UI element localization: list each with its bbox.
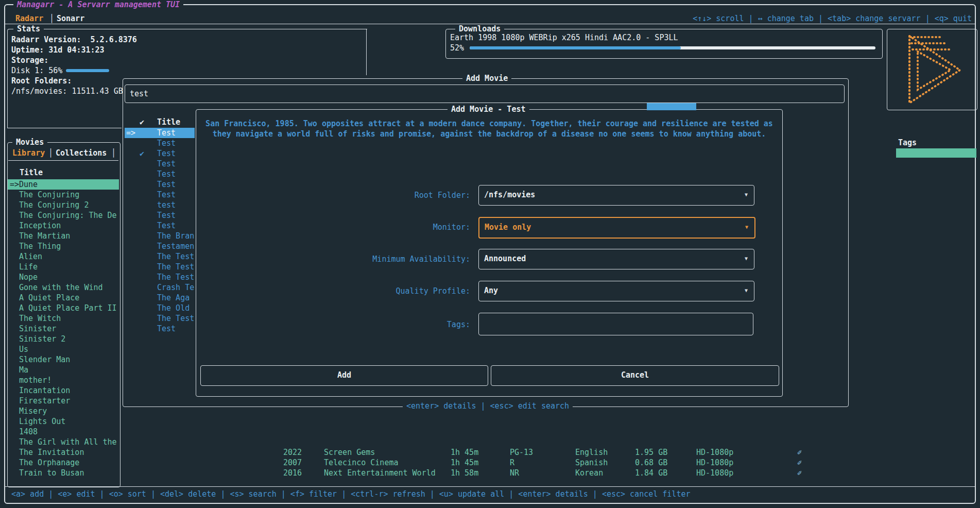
runtime-cell: 1h 45m [451,448,478,457]
disk-usage-bar [66,69,143,72]
managarr-play-logo-icon [893,30,970,107]
table-row[interactable]: 2007 Telecinco Cinema 1h 45m R Spanish 0… [0,458,980,468]
search-result-row[interactable]: Test [125,179,195,190]
rating-cell: R [510,458,514,467]
movie-list-item[interactable]: Nope [8,272,119,282]
search-result-row[interactable]: Test [125,138,195,148]
movie-list-item[interactable]: The Girl with All the [8,437,119,447]
stats-box-right-border [366,29,367,75]
movie-title: Sinister [19,324,56,333]
movie-list-item[interactable]: Us [8,344,119,354]
size-cell: 0.68 GB [635,458,667,467]
movie-list-item[interactable]: The Thing [8,241,119,251]
movie-list-item[interactable]: Incantation [8,385,119,396]
tab-sonarr[interactable]: Sonarr [57,14,84,23]
movie-title: Gone with the Wind [19,283,103,292]
tags-input[interactable] [478,313,753,335]
table-row[interactable]: 2022 Screen Gems 1h 45m PG-13 English 1.… [0,447,980,458]
tab-divider: │ [48,148,53,158]
movie-list-item[interactable]: The Witch [8,313,119,324]
edit-pencil-icon: ✎ [797,448,802,457]
movie-list-item[interactable]: Gone with the Wind [8,282,119,293]
search-result-row[interactable]: ✔ Test [125,148,195,159]
quality-profile-select[interactable]: Any ▼ [478,281,754,301]
tab-collections[interactable]: Collections [56,148,107,158]
search-result-row[interactable]: Test [125,324,195,334]
search-result-row[interactable]: The Test [125,313,195,324]
search-result-row[interactable]: Test [125,190,195,200]
movie-list-item[interactable]: Slender Man [8,354,119,365]
size-cell: 1.84 GB [635,468,667,478]
movie-list-item[interactable]: The Martian [8,231,119,241]
result-title: The Test [157,262,194,272]
search-result-row[interactable]: Testamen [125,241,195,251]
search-result-row[interactable]: The Test [125,251,195,262]
result-title: Test [157,180,176,189]
search-result-row[interactable]: Test [125,221,195,231]
movie-list-item[interactable]: Sinister [8,324,119,334]
movie-list-item[interactable]: A Quiet Place Part II [8,303,119,313]
movie-list-item[interactable]: The Conjuring: The De [8,210,119,221]
add-button[interactable]: Add [200,365,488,386]
movie-list-item[interactable]: 1408 [8,427,119,437]
search-result-row[interactable]: The Aga [125,293,195,303]
root-folder-value: /nfs/movies [484,185,535,204]
movie-list-item[interactable]: The Invitation [8,447,119,458]
search-result-row[interactable]: The Test [125,262,195,272]
movie-list-item[interactable]: Ma [8,365,119,375]
movie-list-item[interactable]: Sinister 2 [8,334,119,344]
movie-list-item[interactable]: Life [8,262,119,272]
movie-search-input[interactable] [125,84,845,103]
search-result-row[interactable]: The Old [125,303,195,313]
movie-title: Slender Man [19,355,70,364]
search-result-row[interactable]: The Bran [125,231,195,241]
header-help: <↑↓> scroll | ↔ change tab | <tab> chang… [693,14,972,23]
language-cell: Spanish [575,458,608,467]
movie-list-item[interactable]: => Dune [8,179,119,190]
stats-version: Radarr Version: 5.2.6.8376 [11,35,137,44]
movie-list-item[interactable]: The Conjuring [8,190,119,200]
quality-profile-value: Any [484,281,498,300]
scrollbar-thumb[interactable] [647,103,696,110]
movie-list-item[interactable]: Inception [8,221,119,231]
search-result-row[interactable]: test [125,200,195,210]
stats-rootfolder-value: /nfs/movies: 11511.43 GB [11,87,123,96]
search-result-row[interactable]: => Test [125,128,195,138]
search-result-row[interactable]: Test [125,159,195,169]
movie-list-item[interactable]: mother! [8,375,119,385]
cancel-button[interactable]: Cancel [491,365,779,386]
movie-list-item[interactable]: Misery [8,406,119,416]
movie-list-item[interactable]: The Conjuring 2 [8,200,119,210]
studio-cell: Screen Gems [324,448,375,457]
movie-list-item[interactable]: Alien [8,251,119,262]
movie-list-item[interactable]: Firestarter [8,396,119,406]
movie-title: The Orphanage [19,458,79,467]
movie-list-item[interactable]: A Quiet Place [8,293,119,303]
search-result-row[interactable]: Test [125,169,195,179]
movie-title: The Conjuring: The De [19,211,117,220]
minimum-availability-select[interactable]: Announced ▼ [478,249,754,269]
table-row[interactable]: 2016 Next Entertainment World 1h 58m NR … [0,468,980,478]
search-result-row[interactable]: The Test [125,272,195,282]
movie-list-item[interactable]: Lights Out [8,416,119,427]
result-title: Test [157,211,176,220]
stats-rootfolders-label: Root Folders: [11,76,72,86]
search-result-row[interactable]: Test [125,210,195,221]
selected-row-marker: => [126,128,135,138]
movie-title: The Witch [19,314,61,323]
movie-overview-line2: they navigate a world full of risks and … [196,129,782,139]
tab-radarr[interactable]: Radarr [15,14,43,23]
root-folder-select[interactable]: /nfs/movies ▼ [478,185,754,206]
movie-title: Life [19,262,38,272]
monitor-select[interactable]: Movie only ▼ [478,217,755,239]
movie-title: Dune [19,180,38,189]
tab-library[interactable]: Library [12,148,45,158]
selected-row-highlight [896,148,976,158]
movie-library-list: => Dune The Conjuring The Conjuring 2 Th… [8,179,119,478]
movie-list-item[interactable]: The Orphanage [8,458,119,468]
app-window: Managarr - A Servarr management TUI Rada… [0,0,980,508]
search-result-row[interactable]: Crash Te [125,282,195,293]
result-title: Test [157,221,176,230]
results-header-title: Title [157,117,180,127]
movie-list-item[interactable]: Train to Busan [8,468,119,478]
